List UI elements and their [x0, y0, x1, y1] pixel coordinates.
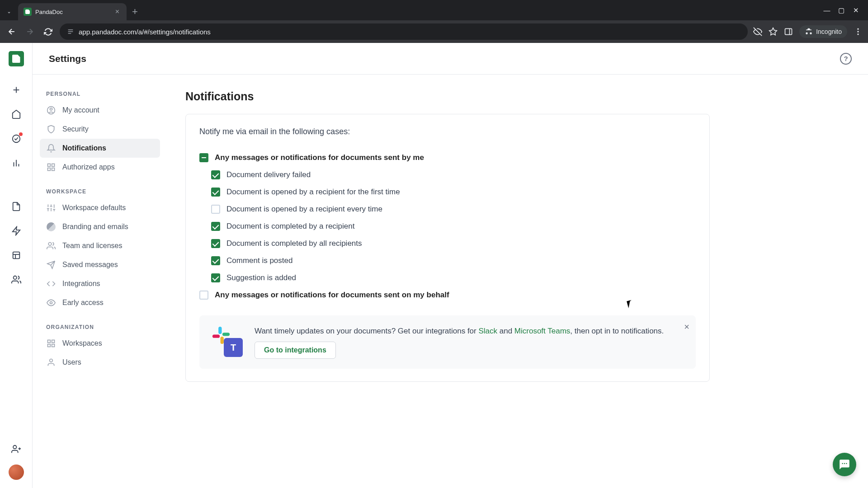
- nav-security[interactable]: Security: [40, 120, 160, 139]
- star-icon[interactable]: [769, 27, 778, 36]
- svg-rect-37: [48, 340, 51, 343]
- checkbox-label: Any messages or notifications for docume…: [215, 153, 424, 162]
- teams-icon: T: [224, 338, 243, 357]
- nav-branding[interactable]: Branding and emails: [40, 217, 160, 236]
- checkbox-label: Any messages or notifications for docume…: [215, 291, 449, 300]
- promo-suffix: , then opt in to notifications.: [570, 327, 664, 335]
- notifications-card: Notify me via email in the following cas…: [185, 114, 710, 382]
- promo-close-icon[interactable]: ×: [684, 322, 689, 332]
- rail-activity-icon[interactable]: [7, 130, 25, 148]
- user-icon: [46, 357, 56, 367]
- group-checkbox-row[interactable]: Any messages or notifications for docume…: [199, 149, 696, 166]
- app-logo[interactable]: [9, 51, 24, 66]
- svg-point-17: [13, 446, 16, 449]
- incognito-badge[interactable]: Incognito: [799, 25, 847, 38]
- globe-icon: [46, 222, 56, 232]
- slack-link[interactable]: Slack: [478, 327, 497, 335]
- new-tab-button[interactable]: +: [127, 3, 143, 20]
- rail-create-button[interactable]: [7, 81, 25, 99]
- nav-early-access[interactable]: Early access: [40, 293, 160, 312]
- checkbox[interactable]: [211, 170, 220, 179]
- child-checkbox-row[interactable]: Document is completed by a recipient: [199, 218, 696, 235]
- reload-button[interactable]: [42, 25, 54, 38]
- toolbar-right: Incognito: [753, 25, 863, 38]
- grid-icon: [46, 162, 56, 172]
- rail-documents-icon[interactable]: [7, 197, 25, 216]
- nav-team[interactable]: Team and licenses: [40, 236, 160, 255]
- nav-section-personal: PERSONAL: [40, 87, 160, 101]
- checkbox-label: Suggestion is added: [226, 273, 296, 282]
- nav-my-account[interactable]: My account: [40, 101, 160, 120]
- user-avatar[interactable]: [9, 465, 24, 480]
- group-checkbox-row[interactable]: Any messages or notifications for docume…: [199, 286, 696, 304]
- checkbox-label: Document delivery failed: [226, 170, 311, 179]
- nav-label: Saved messages: [62, 261, 118, 269]
- nav-authorized-apps[interactable]: Authorized apps: [40, 158, 160, 177]
- rail-invite-icon[interactable]: [7, 440, 25, 458]
- url-text: app.pandadoc.com/a/#/settings/notificati…: [79, 28, 211, 36]
- notification-dot: [19, 132, 23, 136]
- child-checkbox-row[interactable]: Suggestion is added: [199, 269, 696, 286]
- close-window-icon[interactable]: ✕: [853, 7, 859, 14]
- checkbox[interactable]: [199, 291, 208, 300]
- child-checkbox-row[interactable]: Document is opened by a recipient every …: [199, 201, 696, 218]
- incognito-icon: [805, 28, 813, 36]
- sliders-icon: [46, 203, 56, 213]
- rail-contacts-icon[interactable]: [7, 271, 25, 289]
- browser-tab-active[interactable]: PandaDoc ×: [18, 3, 127, 20]
- help-button[interactable]: ?: [840, 53, 852, 65]
- eye-off-icon[interactable]: [753, 27, 762, 36]
- checkbox[interactable]: [211, 205, 220, 214]
- nav-notifications[interactable]: Notifications: [40, 139, 160, 158]
- nav-workspaces[interactable]: Workspaces: [40, 334, 160, 353]
- svg-point-3: [857, 28, 859, 30]
- side-panel-icon[interactable]: [784, 27, 793, 36]
- kebab-menu-icon[interactable]: [854, 27, 863, 36]
- checkbox[interactable]: [211, 273, 220, 282]
- svg-rect-38: [52, 340, 55, 343]
- svg-point-4: [857, 31, 859, 32]
- tab-search-dropdown[interactable]: [0, 5, 18, 20]
- rail-reports-icon[interactable]: [7, 154, 25, 172]
- checkbox[interactable]: [211, 239, 220, 248]
- svg-rect-44: [221, 337, 224, 344]
- nav-label: Workspaces: [62, 339, 102, 347]
- teams-link[interactable]: Microsoft Teams: [514, 327, 570, 335]
- promo-prefix: Want timely updates on your documents? G…: [255, 327, 478, 335]
- child-checkbox-row[interactable]: Document delivery failed: [199, 166, 696, 183]
- window-controls: — ▢ ✕: [815, 0, 868, 20]
- checkbox[interactable]: [211, 188, 220, 197]
- checkbox[interactable]: [199, 153, 208, 162]
- child-checkbox-row[interactable]: Document is opened by a recipient for th…: [199, 183, 696, 201]
- nav-label: Users: [62, 358, 81, 366]
- address-bar[interactable]: app.pandadoc.com/a/#/settings/notificati…: [60, 23, 748, 40]
- chat-fab[interactable]: [833, 453, 856, 476]
- rail-library-icon[interactable]: [7, 246, 25, 264]
- maximize-icon[interactable]: ▢: [838, 7, 844, 14]
- svg-rect-23: [52, 164, 55, 167]
- rail-home-icon[interactable]: [7, 105, 25, 123]
- browser-tab-strip: PandaDoc × + — ▢ ✕: [0, 0, 868, 20]
- bell-icon: [46, 143, 56, 153]
- back-button[interactable]: [5, 25, 18, 38]
- send-icon: [46, 260, 56, 270]
- go-to-integrations-button[interactable]: Go to integrations: [255, 342, 336, 359]
- checkbox[interactable]: [211, 222, 220, 231]
- nav-users[interactable]: Users: [40, 353, 160, 372]
- svg-rect-13: [13, 252, 19, 259]
- checkbox[interactable]: [211, 256, 220, 265]
- rail-templates-icon[interactable]: [7, 222, 25, 240]
- svg-rect-22: [48, 164, 51, 167]
- svg-point-41: [50, 359, 53, 362]
- tab-close-icon[interactable]: ×: [113, 7, 121, 17]
- nav-saved-messages[interactable]: Saved messages: [40, 255, 160, 274]
- nav-workspace-defaults[interactable]: Workspace defaults: [40, 198, 160, 217]
- svg-rect-24: [52, 168, 55, 171]
- child-checkbox-row[interactable]: Comment is posted: [199, 252, 696, 269]
- nav-label: My account: [62, 106, 99, 114]
- nav-integrations[interactable]: Integrations: [40, 274, 160, 293]
- child-checkbox-row[interactable]: Document is completed by all recipients: [199, 235, 696, 252]
- minimize-icon[interactable]: —: [824, 7, 830, 14]
- forward-button[interactable]: [24, 25, 36, 38]
- card-intro: Notify me via email in the following cas…: [199, 127, 696, 136]
